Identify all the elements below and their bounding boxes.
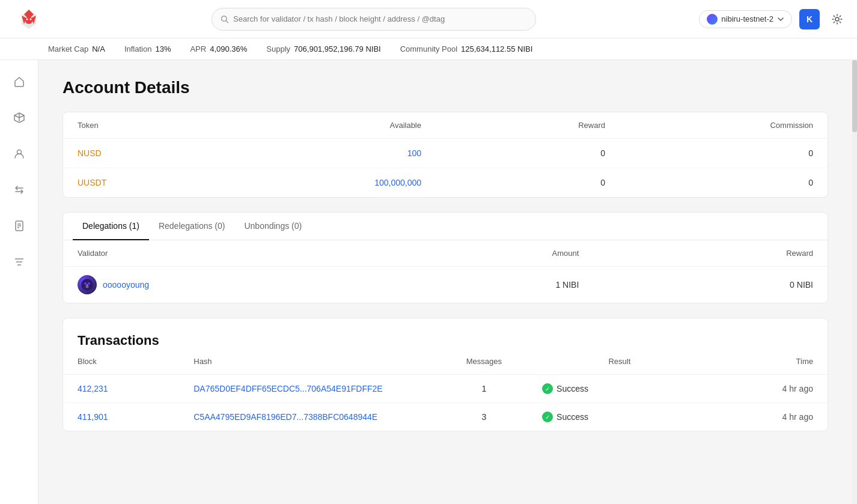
stat-community-pool-label: Community Pool xyxy=(400,44,457,53)
transactions-title: Transactions xyxy=(63,318,828,348)
stat-inflation: Inflation 13% xyxy=(124,44,171,53)
sidebar-item-notes[interactable] xyxy=(10,216,29,235)
svg-line-9 xyxy=(226,20,228,22)
svg-point-21 xyxy=(88,282,90,285)
tx-hash-1[interactable]: DA765D0EF4DFF65ECDC5...706A54E91FDFF2E xyxy=(194,384,426,393)
success-icon: ✓ xyxy=(542,383,553,394)
stat-inflation-value: 13% xyxy=(155,44,171,53)
reward-col-header: Reward xyxy=(445,121,629,130)
tab-unbondings[interactable]: Unbondings (0) xyxy=(234,213,311,240)
commission-col-header: Commission xyxy=(629,121,813,130)
svg-point-10 xyxy=(835,17,839,21)
app-logo xyxy=(17,7,41,31)
tx-time-1: 4 hr ago xyxy=(697,384,813,393)
scrollbar[interactable] xyxy=(852,60,857,504)
page-title: Account Details xyxy=(63,78,828,97)
table-row: UUSDT 100,000,000 0 0 xyxy=(63,168,828,197)
table-row: 412,231 DA765D0EF4DFF65ECDC5...706A54E91… xyxy=(63,375,828,403)
stat-market-cap-value: N/A xyxy=(92,44,105,53)
token-commission-nusd: 0 xyxy=(629,148,813,158)
tx-result-1: ✓ Success xyxy=(542,383,697,394)
gear-icon xyxy=(832,14,843,25)
sidebar-item-home[interactable] xyxy=(10,72,29,91)
tx-table-header: Block Hash Messages Result Time xyxy=(63,348,828,375)
list-item: oooooyoung 1 NIBI 0 NIBI xyxy=(63,267,828,303)
search-box[interactable] xyxy=(212,8,536,31)
delegation-tabs: Delegations (1) Redelegations (0) Unbond… xyxy=(63,213,828,240)
logo-area xyxy=(10,7,48,31)
delegation-amount: 1 NIBI xyxy=(393,280,603,290)
block-col-header: Block xyxy=(78,357,194,366)
sidebar-item-transactions[interactable] xyxy=(10,180,29,199)
network-name: nibiru-testnet-2 xyxy=(721,14,773,23)
wallet-button[interactable]: K xyxy=(799,9,820,29)
tx-result-label-1: Success xyxy=(557,384,588,393)
token-name-uusdt[interactable]: UUSDT xyxy=(78,178,261,187)
scrollbar-thumb[interactable] xyxy=(852,60,857,132)
stats-bar: Market Cap N/A Inflation 13% APR 4,090.3… xyxy=(0,38,857,60)
transactions-section: Transactions Block Hash Messages Result … xyxy=(63,318,828,431)
delegations-section: Delegations (1) Redelegations (0) Unbond… xyxy=(63,212,828,303)
document-icon xyxy=(13,220,25,232)
token-table-header: Token Available Reward Commission xyxy=(63,112,828,139)
settings-button[interactable] xyxy=(827,9,847,29)
cube-icon xyxy=(13,112,25,124)
validator-name[interactable]: oooooyoung xyxy=(103,280,149,290)
network-selector[interactable]: nibiru-testnet-2 xyxy=(699,10,792,28)
tx-messages-1: 1 xyxy=(426,384,542,393)
tx-result-2: ✓ Success xyxy=(542,411,697,422)
token-reward-uusdt: 0 xyxy=(445,178,629,187)
stat-market-cap: Market Cap N/A xyxy=(48,44,105,53)
amount-col-header: Amount xyxy=(393,249,603,258)
content-area: Account Details Token Available Reward C… xyxy=(38,60,852,504)
nav-right: nibiru-testnet-2 K xyxy=(699,9,847,29)
validator-avatar-icon xyxy=(81,279,93,291)
available-col-header: Available xyxy=(261,121,445,130)
delegation-reward-col-header: Reward xyxy=(603,249,813,258)
sidebar-item-accounts[interactable] xyxy=(10,144,29,163)
token-name-nusd[interactable]: NUSD xyxy=(78,148,261,158)
stat-supply: Supply 706,901,952,196.79 NIBI xyxy=(266,44,380,53)
stat-community-pool: Community Pool 125,634,112.55 NIBI xyxy=(400,44,533,53)
validator-col-header: Validator xyxy=(78,249,393,258)
messages-col-header: Messages xyxy=(426,357,542,366)
search-area xyxy=(48,8,699,31)
tx-messages-2: 3 xyxy=(426,412,542,422)
delegation-table-header: Validator Amount Reward xyxy=(63,240,828,267)
token-reward-nusd: 0 xyxy=(445,148,629,158)
navbar: nibiru-testnet-2 K xyxy=(0,0,857,38)
sidebar-item-filters[interactable] xyxy=(10,252,29,272)
chevron-down-icon xyxy=(777,16,784,23)
stat-market-cap-label: Market Cap xyxy=(48,44,88,53)
time-col-header: Time xyxy=(697,357,813,366)
home-icon xyxy=(13,76,25,88)
stat-community-pool-value: 125,634,112.55 NIBI xyxy=(461,44,532,53)
hash-col-header: Hash xyxy=(194,357,426,366)
filter-icon xyxy=(13,256,25,268)
stat-apr-value: 4,090.36% xyxy=(210,44,247,53)
svg-point-7 xyxy=(30,18,32,20)
delegation-reward: 0 NIBI xyxy=(603,280,813,290)
tab-delegations[interactable]: Delegations (1) xyxy=(73,213,149,240)
success-icon: ✓ xyxy=(542,411,553,422)
token-available-nusd: 100 xyxy=(261,148,445,158)
sidebar-item-blocks[interactable] xyxy=(10,108,29,127)
search-input[interactable] xyxy=(233,14,527,23)
tx-block-2[interactable]: 411,901 xyxy=(78,412,194,422)
svg-point-23 xyxy=(87,284,88,286)
tx-block-1[interactable]: 412,231 xyxy=(78,384,194,393)
stat-supply-value: 706,901,952,196.79 NIBI xyxy=(294,44,381,53)
stat-apr: APR 4,090.36% xyxy=(190,44,247,53)
tx-hash-2[interactable]: C5AA4795ED9AF8196ED7...7388BFC0648944E xyxy=(194,412,426,422)
svg-point-20 xyxy=(84,282,87,285)
tab-redelegations[interactable]: Redelegations (0) xyxy=(149,213,235,240)
search-icon xyxy=(221,15,228,23)
sidebar xyxy=(0,60,38,504)
token-col-header: Token xyxy=(78,121,261,130)
table-row: NUSD 100 0 0 xyxy=(63,139,828,168)
stat-inflation-label: Inflation xyxy=(124,44,152,53)
table-row: 411,901 C5AA4795ED9AF8196ED7...7388BFC06… xyxy=(63,403,828,431)
token-available-uusdt: 100,000,000 xyxy=(261,178,445,187)
token-commission-uusdt: 0 xyxy=(629,178,813,187)
tx-time-2: 4 hr ago xyxy=(697,412,813,422)
